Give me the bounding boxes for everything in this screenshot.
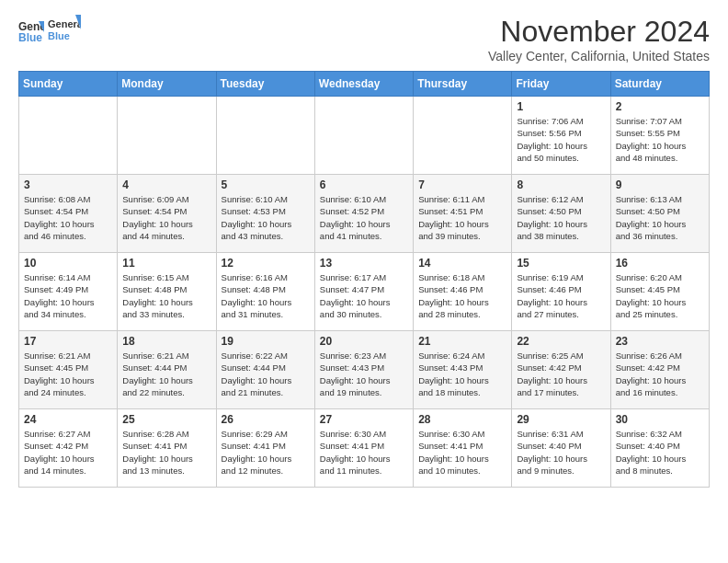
day-number: 5 — [222, 178, 310, 191]
day-info: Sunrise: 6:21 AM Sunset: 4:44 PM Dayligh… — [122, 350, 210, 398]
week-row-3: 10Sunrise: 6:14 AM Sunset: 4:49 PM Dayli… — [19, 253, 710, 331]
day-number: 16 — [616, 257, 704, 270]
day-info: Sunrise: 6:09 AM Sunset: 4:54 PM Dayligh… — [122, 193, 210, 242]
day-number: 22 — [517, 335, 605, 348]
calendar-cell — [314, 97, 413, 175]
day-number: 19 — [222, 335, 310, 348]
logo: General Blue General Blue — [18, 15, 81, 46]
logo-graphic: General Blue — [48, 15, 81, 46]
day-number: 24 — [24, 413, 112, 426]
header-friday: Friday — [512, 72, 610, 97]
calendar-cell: 4Sunrise: 6:09 AM Sunset: 4:54 PM Daylig… — [118, 175, 216, 253]
calendar-cell: 29Sunrise: 6:31 AM Sunset: 4:40 PM Dayli… — [512, 409, 610, 488]
day-number: 6 — [320, 178, 408, 191]
day-info: Sunrise: 6:32 AM Sunset: 4:40 PM Dayligh… — [616, 428, 704, 477]
calendar-cell: 7Sunrise: 6:11 AM Sunset: 4:51 PM Daylig… — [414, 175, 512, 253]
day-number: 23 — [616, 335, 704, 348]
week-row-1: 1Sunrise: 7:06 AM Sunset: 5:56 PM Daylig… — [19, 97, 710, 175]
day-info: Sunrise: 7:06 AM Sunset: 5:56 PM Dayligh… — [517, 115, 605, 164]
month-title: November 2024 — [488, 15, 710, 49]
calendar-cell: 12Sunrise: 6:16 AM Sunset: 4:48 PM Dayli… — [216, 253, 314, 331]
location-title: Valley Center, California, United States — [488, 49, 710, 63]
day-number: 7 — [418, 178, 506, 191]
day-number: 13 — [320, 257, 408, 270]
calendar-cell: 24Sunrise: 6:27 AM Sunset: 4:42 PM Dayli… — [19, 409, 118, 488]
day-number: 3 — [24, 178, 112, 191]
calendar-table: SundayMondayTuesdayWednesdayThursdayFrid… — [18, 71, 710, 488]
day-number: 18 — [122, 335, 210, 348]
logo-icon: General Blue — [18, 17, 44, 43]
day-info: Sunrise: 6:24 AM Sunset: 4:43 PM Dayligh… — [418, 350, 506, 398]
calendar-cell — [19, 97, 118, 175]
header-saturday: Saturday — [610, 72, 709, 97]
day-number: 12 — [222, 257, 310, 270]
calendar-cell — [414, 97, 512, 175]
svg-text:Blue: Blue — [48, 30, 70, 41]
calendar-cell — [216, 97, 314, 175]
day-info: Sunrise: 6:19 AM Sunset: 4:46 PM Dayligh… — [517, 271, 605, 320]
calendar-cell: 28Sunrise: 6:30 AM Sunset: 4:41 PM Dayli… — [414, 409, 512, 488]
day-number: 27 — [320, 413, 408, 426]
calendar-cell: 6Sunrise: 6:10 AM Sunset: 4:52 PM Daylig… — [314, 175, 413, 253]
day-number: 17 — [24, 335, 112, 348]
day-number: 28 — [418, 413, 506, 426]
day-number: 10 — [24, 257, 112, 270]
header-monday: Monday — [118, 72, 216, 97]
calendar-cell: 1Sunrise: 7:06 AM Sunset: 5:56 PM Daylig… — [512, 97, 610, 175]
day-info: Sunrise: 6:30 AM Sunset: 4:41 PM Dayligh… — [418, 428, 506, 477]
day-number: 2 — [616, 100, 704, 113]
svg-text:General: General — [48, 18, 81, 29]
calendar-cell: 9Sunrise: 6:13 AM Sunset: 4:50 PM Daylig… — [610, 175, 709, 253]
day-info: Sunrise: 6:26 AM Sunset: 4:42 PM Dayligh… — [616, 350, 704, 398]
week-row-4: 17Sunrise: 6:21 AM Sunset: 4:45 PM Dayli… — [19, 331, 710, 409]
day-number: 30 — [616, 413, 704, 426]
calendar-cell: 8Sunrise: 6:12 AM Sunset: 4:50 PM Daylig… — [512, 175, 610, 253]
header-thursday: Thursday — [414, 72, 512, 97]
day-number: 1 — [517, 100, 605, 113]
calendar-cell: 30Sunrise: 6:32 AM Sunset: 4:40 PM Dayli… — [610, 409, 709, 488]
logo-wordmark: General Blue — [48, 15, 81, 46]
day-info: Sunrise: 6:12 AM Sunset: 4:50 PM Dayligh… — [517, 193, 605, 242]
header: General Blue General Blue November 2024 … — [18, 15, 710, 63]
header-tuesday: Tuesday — [216, 72, 314, 97]
day-info: Sunrise: 6:16 AM Sunset: 4:48 PM Dayligh… — [222, 271, 310, 320]
calendar-cell: 19Sunrise: 6:22 AM Sunset: 4:44 PM Dayli… — [216, 331, 314, 409]
day-info: Sunrise: 6:10 AM Sunset: 4:52 PM Dayligh… — [320, 193, 408, 242]
calendar-cell: 17Sunrise: 6:21 AM Sunset: 4:45 PM Dayli… — [19, 331, 118, 409]
title-area: November 2024 Valley Center, California,… — [488, 15, 710, 63]
calendar-cell: 5Sunrise: 6:10 AM Sunset: 4:53 PM Daylig… — [216, 175, 314, 253]
week-row-5: 24Sunrise: 6:27 AM Sunset: 4:42 PM Dayli… — [19, 409, 710, 488]
day-number: 15 — [517, 257, 605, 270]
day-info: Sunrise: 6:31 AM Sunset: 4:40 PM Dayligh… — [517, 428, 605, 477]
day-number: 25 — [122, 413, 210, 426]
day-number: 4 — [122, 178, 210, 191]
calendar-cell: 16Sunrise: 6:20 AM Sunset: 4:45 PM Dayli… — [610, 253, 709, 331]
svg-text:Blue: Blue — [18, 31, 42, 43]
day-info: Sunrise: 6:08 AM Sunset: 4:54 PM Dayligh… — [24, 193, 112, 242]
day-info: Sunrise: 6:13 AM Sunset: 4:50 PM Dayligh… — [616, 193, 704, 242]
calendar-cell: 21Sunrise: 6:24 AM Sunset: 4:43 PM Dayli… — [414, 331, 512, 409]
day-number: 20 — [320, 335, 408, 348]
header-row: SundayMondayTuesdayWednesdayThursdayFrid… — [19, 72, 710, 97]
calendar-cell: 2Sunrise: 7:07 AM Sunset: 5:55 PM Daylig… — [610, 97, 709, 175]
day-info: Sunrise: 6:29 AM Sunset: 4:41 PM Dayligh… — [222, 428, 310, 477]
calendar-cell: 22Sunrise: 6:25 AM Sunset: 4:42 PM Dayli… — [512, 331, 610, 409]
day-info: Sunrise: 6:25 AM Sunset: 4:42 PM Dayligh… — [517, 350, 605, 398]
day-info: Sunrise: 6:14 AM Sunset: 4:49 PM Dayligh… — [24, 271, 112, 320]
day-info: Sunrise: 6:23 AM Sunset: 4:43 PM Dayligh… — [320, 350, 408, 398]
calendar-cell: 26Sunrise: 6:29 AM Sunset: 4:41 PM Dayli… — [216, 409, 314, 488]
calendar-cell: 14Sunrise: 6:18 AM Sunset: 4:46 PM Dayli… — [414, 253, 512, 331]
calendar-cell: 11Sunrise: 6:15 AM Sunset: 4:48 PM Dayli… — [118, 253, 216, 331]
day-info: Sunrise: 6:10 AM Sunset: 4:53 PM Dayligh… — [222, 193, 310, 242]
day-info: Sunrise: 6:21 AM Sunset: 4:45 PM Dayligh… — [24, 350, 112, 398]
day-number: 21 — [418, 335, 506, 348]
header-wednesday: Wednesday — [314, 72, 413, 97]
calendar-cell: 10Sunrise: 6:14 AM Sunset: 4:49 PM Dayli… — [19, 253, 118, 331]
day-info: Sunrise: 6:11 AM Sunset: 4:51 PM Dayligh… — [418, 193, 506, 242]
day-info: Sunrise: 6:18 AM Sunset: 4:46 PM Dayligh… — [418, 271, 506, 320]
calendar-cell: 27Sunrise: 6:30 AM Sunset: 4:41 PM Dayli… — [314, 409, 413, 488]
day-info: Sunrise: 6:15 AM Sunset: 4:48 PM Dayligh… — [122, 271, 210, 320]
day-number: 8 — [517, 178, 605, 191]
day-info: Sunrise: 6:28 AM Sunset: 4:41 PM Dayligh… — [122, 428, 210, 477]
day-info: Sunrise: 6:17 AM Sunset: 4:47 PM Dayligh… — [320, 271, 408, 320]
